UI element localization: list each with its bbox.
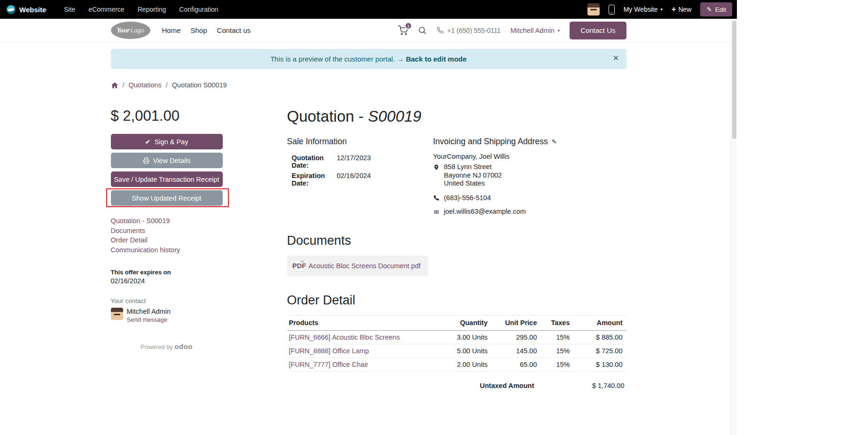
untaxed-amount-row: Untaxed Amount $ 1,740.00 <box>287 376 626 389</box>
address-company: YourCompany, Joel Willis <box>433 153 626 160</box>
offer-expires-label: This offer expires on <box>111 269 223 276</box>
admin-menu-configuration[interactable]: Configuration <box>179 6 218 13</box>
alert-text: This is a preview of the customer portal… <box>270 55 395 63</box>
printer-icon <box>143 157 149 164</box>
my-website-dropdown[interactable]: My Website ▾ <box>624 6 663 13</box>
address-heading: Invoicing and Shipping Address <box>433 137 548 147</box>
search-button[interactable] <box>418 26 427 35</box>
header-phone[interactable]: +1 (650) 555-0111 <box>437 27 501 34</box>
nav-contact-us[interactable]: Contact us <box>217 26 251 34</box>
address-email-row: ✉ joel.willis63@example.com <box>433 208 626 216</box>
odoo-admin-bar: Website Site eCommerce Reporting Configu… <box>0 0 737 19</box>
admin-menu-site[interactable]: Site <box>64 6 75 13</box>
show-updated-receipt-button[interactable]: Show Updated Receipt <box>111 190 223 206</box>
admin-menus: Site eCommerce Reporting Configuration <box>64 6 218 13</box>
document-attachment[interactable]: PDF Acoustic Bloc Screens Document.pdf <box>287 256 429 276</box>
map-pin-icon <box>434 164 439 171</box>
documents-heading: Documents <box>287 233 626 248</box>
breadcrumb-quotations[interactable]: Quotations <box>129 81 162 89</box>
scrollbar-thumb[interactable] <box>732 21 736 139</box>
nav-home[interactable]: Home <box>162 26 181 34</box>
expiration-date-row: Expiration Date: 02/16/2024 <box>287 171 433 188</box>
address-street-block: 858 Lynn Street Bayonne NJ 07002 United … <box>433 163 626 188</box>
check-icon: ✔ <box>145 138 151 146</box>
mobile-preview-icon[interactable] <box>609 5 615 15</box>
cart-count-badge: 3 <box>405 22 412 30</box>
untaxed-amount-label: Untaxed Amount <box>480 382 534 389</box>
product-link[interactable]: [FURN_8888] Office Lamp <box>289 347 369 355</box>
table-row: [FURN_7777] Office Chair 2.00 Units 65.0… <box>287 357 626 371</box>
breadcrumb: / Quotations / Quotation S00019 <box>111 81 626 89</box>
sale-information-heading: Sale Information <box>287 137 433 147</box>
order-lines-table: Products Quantity Unit Price Taxes Amoun… <box>287 315 626 372</box>
sign-pay-button[interactable]: ✔ Sign & Pay <box>111 134 223 149</box>
envelope-icon: ✉ <box>433 208 440 216</box>
powered-by: Powered by odoo <box>111 342 223 350</box>
view-details-button[interactable]: View Details <box>111 153 223 168</box>
chevron-down-icon: ▾ <box>661 7 663 12</box>
col-quantity: Quantity <box>438 315 492 330</box>
edit-button[interactable]: ✎ Edit <box>700 2 732 16</box>
odoo-website-logo-icon <box>7 5 16 14</box>
product-link[interactable]: [FURN_6666] Acoustic Bloc Screens <box>289 334 400 341</box>
browser-page: Website Site eCommerce Reporting Configu… <box>0 0 737 435</box>
untaxed-amount-value: $ 1,740.00 <box>534 382 625 389</box>
site-header: Your Logo Home Shop Contact us 3 +1 (650… <box>0 19 737 42</box>
offer-expires-date: 02/16/2024 <box>111 277 223 285</box>
site-nav: Home Shop Contact us <box>162 26 251 34</box>
contact-us-button[interactable]: Contact Us <box>570 22 626 39</box>
order-detail-heading: Order Detail <box>287 293 626 308</box>
chevron-down-icon: ▾ <box>558 28 560 33</box>
user-avatar[interactable] <box>587 3 600 16</box>
quotation-total-amount: $ 2,001.00 <box>111 108 223 124</box>
admin-menu-reporting[interactable]: Reporting <box>138 6 166 13</box>
back-to-edit-link[interactable]: Back to edit mode <box>406 55 467 63</box>
table-row: [FURN_8888] Office Lamp 5.00 Units 145.0… <box>287 344 626 357</box>
nav-shop[interactable]: Shop <box>191 26 207 34</box>
site-logo[interactable]: Your Logo <box>111 22 150 39</box>
pencil-icon: ✎ <box>706 6 712 13</box>
phone-icon <box>437 27 444 34</box>
page-title: Quotation - S00019 <box>287 108 626 125</box>
vertical-scrollbar[interactable] <box>731 19 737 435</box>
admin-menu-ecommerce[interactable]: eCommerce <box>88 6 124 13</box>
close-icon[interactable]: × <box>613 53 619 62</box>
product-link[interactable]: [FURN_7777] Office Chair <box>289 361 368 368</box>
col-taxes: Taxes <box>541 315 574 330</box>
contact-avatar <box>111 308 123 320</box>
portal-preview-alert: This is a preview of the customer portal… <box>111 49 626 69</box>
pdf-file-icon: PDF <box>295 260 304 272</box>
col-amount: Amount <box>574 315 626 330</box>
sidebar-link-documents[interactable]: Documents <box>111 226 223 236</box>
document-filename: Acoustic Bloc Screens Document.pdf <box>309 262 421 270</box>
sidebar-link-communication-history[interactable]: Communication history <box>111 245 223 255</box>
address-phone-row: (683)-556-5104 <box>433 194 626 202</box>
cart-button[interactable]: 3 <box>398 25 408 35</box>
col-products: Products <box>287 315 438 330</box>
table-row: [FURN_6666] Acoustic Bloc Screens 3.00 U… <box>287 330 626 344</box>
arrow-right-icon: → <box>397 55 404 63</box>
send-message-link[interactable]: Send message <box>127 316 168 323</box>
table-header-row: Products Quantity Unit Price Taxes Amoun… <box>287 315 626 330</box>
plus-icon: + <box>672 5 676 14</box>
home-icon <box>111 82 118 89</box>
contact-name: Mitchell Admin <box>127 308 171 315</box>
sale-information-section: Sale Information Quotation Date: 12/17/2… <box>287 137 433 216</box>
sidebar-link-quotation[interactable]: Quotation - S00019 <box>111 216 223 226</box>
breadcrumb-current: Quotation S00019 <box>172 81 227 89</box>
header-user-dropdown[interactable]: Mitchell Admin ▾ <box>510 27 560 34</box>
sidebar-link-order-detail[interactable]: Order Detail <box>111 235 223 245</box>
search-icon <box>418 26 427 35</box>
odoo-logo-text: odoo <box>174 342 193 350</box>
sidebar-anchor-links: Quotation - S00019 Documents Order Detai… <box>111 216 223 255</box>
save-update-receipt-button[interactable]: Save / Update Transaction Receipt <box>111 171 223 187</box>
quotation-sidebar: $ 2,001.00 ✔ Sign & Pay View Details Sav… <box>111 108 223 389</box>
new-button[interactable]: + New <box>672 5 691 14</box>
annotated-button-wrapper: Show Updated Receipt <box>111 190 223 206</box>
edit-address-pencil-icon[interactable]: ✎ <box>552 138 557 145</box>
home-breadcrumb-link[interactable] <box>111 82 118 89</box>
phone-icon <box>433 195 439 201</box>
quotation-date-row: Quotation Date: 12/17/2023 <box>287 153 433 171</box>
your-contact-label: Your contact <box>111 297 223 304</box>
admin-brand: Website <box>19 6 46 14</box>
